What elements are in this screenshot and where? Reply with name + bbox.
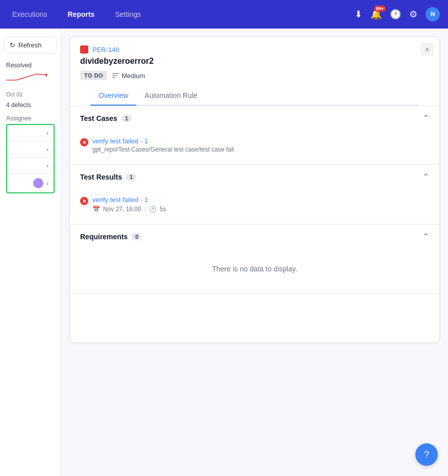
refresh-button[interactable]: ↻ Refresh	[4, 37, 57, 54]
test-case-item: ✕ verify test failed - 1 gpt_repo/Test C…	[80, 134, 429, 156]
chevron-right-icon: ›	[46, 145, 48, 153]
chevron-right-icon: ›	[46, 162, 48, 169]
test-results-header[interactable]: Test Results 1 ⌃	[70, 165, 439, 189]
user-avatar[interactable]: N	[426, 7, 440, 21]
history-icon[interactable]: 🕐	[390, 9, 401, 20]
priority-line	[112, 73, 119, 74]
notification-icon[interactable]: 🔔 99+	[370, 9, 382, 20]
chevron-right-icon: ›	[46, 129, 48, 137]
test-results-title: Test Results 1	[80, 173, 136, 181]
meta-divider: |	[144, 206, 146, 213]
test-result-item: ✕ verify test failed - 1 📅 Nov 27, 16:00…	[80, 193, 429, 216]
assignee-table: › › › ›	[6, 124, 55, 193]
test-cases-header[interactable]: Test Cases 1 ⌃	[70, 106, 439, 130]
clock-icon: 🕐	[149, 206, 157, 213]
result-duration: 5s	[160, 206, 166, 213]
fail-icon: ✕	[80, 197, 88, 205]
chevron-right-icon: ›	[46, 180, 48, 187]
requirements-section: Requirements 0 ⌃ There is no data to dis…	[70, 224, 439, 294]
status-badge: TO DO	[80, 71, 107, 80]
test-cases-count: 1	[121, 115, 132, 122]
float-action-button[interactable]: ?	[415, 443, 438, 466]
panel-title: dividebyzeroerror2	[80, 57, 429, 66]
top-nav: Executions Reports Settings ⬇ 🔔 99+ 🕐 ⚙ …	[0, 0, 448, 29]
defects-badge: 4 defects	[6, 102, 55, 109]
test-cases-title: Test Cases 1	[80, 114, 132, 122]
priority-lines-icon	[112, 73, 119, 78]
panel-id-row: PER-140	[80, 45, 429, 54]
refresh-label: Refresh	[18, 41, 42, 49]
float-icon: ?	[424, 449, 429, 460]
result-date: Nov 27, 16:00	[103, 206, 141, 213]
test-result-content: verify test failed - 1 📅 Nov 27, 16:00 |…	[92, 196, 166, 213]
nav-reports[interactable]: Reports	[63, 8, 98, 20]
nav-executions[interactable]: Executions	[8, 8, 51, 20]
panel-tabs: Overview Automation Rule	[90, 86, 419, 106]
table-row[interactable]: ›	[7, 174, 54, 192]
table-row[interactable]: ›	[7, 125, 54, 141]
result-meta: 📅 Nov 27, 16:00 | 🕐 5s	[92, 206, 166, 213]
tab-automation-rule[interactable]: Automation Rule	[136, 86, 206, 106]
nav-settings[interactable]: Settings	[111, 8, 145, 20]
main-content: × PER-140 dividebyzeroerror2 TO DO	[61, 29, 448, 476]
chevron-up-icon: ⌃	[422, 232, 429, 241]
priority-text: Medium	[121, 72, 145, 80]
test-results-section: Test Results 1 ⌃ ✕ verify test failed - …	[70, 165, 439, 224]
test-case-path: gpt_repo/Test Cases/General test case/te…	[92, 146, 234, 153]
test-case-link[interactable]: verify test failed - 1	[92, 137, 234, 145]
sidebar: ↻ Refresh Resolved Oct 01 4 defects Assi…	[0, 29, 61, 476]
notification-badge: 99+	[374, 6, 386, 12]
assignee-label: Assignee	[6, 115, 55, 122]
issue-type-icon	[80, 45, 88, 54]
test-cases-section: Test Cases 1 ⌃ ✕ verify test failed - 1 …	[70, 106, 439, 165]
panel-header: PER-140 dividebyzeroerror2 TO DO Medium	[70, 37, 439, 106]
priority-line	[112, 75, 117, 76]
test-cases-label: Test Cases	[80, 114, 117, 122]
test-results-body: ✕ verify test failed - 1 📅 Nov 27, 16:00…	[70, 189, 439, 224]
requirements-body: There is no data to display.	[70, 248, 439, 293]
test-case-content: verify test failed - 1 gpt_repo/Test Cas…	[92, 137, 234, 153]
svg-point-0	[45, 73, 47, 77]
sidebar-content: Resolved Oct 01 4 defects Assignee › › ›	[4, 58, 57, 197]
table-row[interactable]: ›	[7, 141, 54, 158]
nav-icons: ⬇ 🔔 99+ 🕐 ⚙ N	[355, 7, 440, 21]
refresh-icon: ↻	[10, 41, 15, 49]
requirements-label: Requirements	[80, 233, 128, 241]
calendar-icon: 📅	[92, 206, 100, 213]
test-result-link[interactable]: verify test failed - 1	[92, 196, 166, 204]
layout: ↻ Refresh Resolved Oct 01 4 defects Assi…	[0, 29, 448, 476]
mini-chart	[6, 71, 47, 83]
priority-indicator: Medium	[112, 72, 145, 80]
requirements-title: Requirements 0	[80, 233, 142, 241]
detail-panel: × PER-140 dividebyzeroerror2 TO DO	[69, 37, 440, 343]
priority-line	[112, 77, 115, 78]
fail-icon: ✕	[80, 138, 88, 146]
test-results-count: 1	[126, 173, 136, 181]
date-label: Oct 01	[6, 91, 55, 97]
resolved-label: Resolved	[6, 62, 55, 69]
requirements-header[interactable]: Requirements 0 ⌃	[70, 224, 439, 248]
close-button[interactable]: ×	[421, 43, 433, 56]
test-results-label: Test Results	[80, 173, 122, 181]
download-icon[interactable]: ⬇	[355, 9, 362, 20]
chevron-up-icon: ⌃	[422, 172, 429, 182]
tab-overview[interactable]: Overview	[90, 86, 136, 106]
chevron-up-icon: ⌃	[422, 113, 429, 123]
settings-icon[interactable]: ⚙	[409, 9, 417, 20]
panel-meta: TO DO Medium	[80, 71, 429, 80]
test-cases-body: ✕ verify test failed - 1 gpt_repo/Test C…	[70, 130, 439, 164]
no-data-message: There is no data to display.	[80, 253, 429, 285]
requirements-count: 0	[132, 233, 142, 240]
table-row[interactable]: ›	[7, 158, 54, 174]
panel-id-text: PER-140	[92, 46, 119, 54]
avatar	[33, 178, 43, 188]
